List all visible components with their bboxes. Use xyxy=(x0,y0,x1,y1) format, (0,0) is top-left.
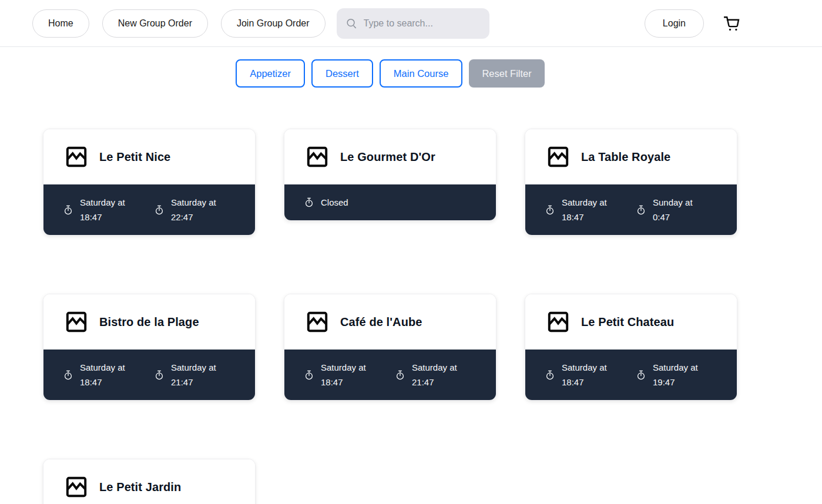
restaurant-name: Le Petit Chateau xyxy=(581,315,674,329)
image-icon xyxy=(65,146,88,168)
opening-time: Saturday at 18:47 xyxy=(545,360,636,389)
restaurant-name: Café de l'Aube xyxy=(340,315,422,329)
time-text: Saturday at 18:47 xyxy=(80,360,136,389)
search-icon xyxy=(346,18,357,29)
time-text: Saturday at 21:47 xyxy=(171,360,227,389)
opening-time: Saturday at 21:47 xyxy=(155,360,246,389)
opening-time: Sunday at 0:47 xyxy=(636,195,727,224)
image-icon xyxy=(547,146,569,168)
restaurant-card[interactable]: Le Gourmet D'Or Closed xyxy=(284,129,496,221)
stopwatch-icon xyxy=(545,370,555,380)
opening-time: Saturday at 21:47 xyxy=(395,360,487,389)
card-header: Le Petit Jardin xyxy=(43,459,255,504)
time-text: Saturday at 19:47 xyxy=(653,360,709,389)
shopping-cart-icon xyxy=(723,15,740,32)
top-nav: Home New Group Order Join Group Order Lo… xyxy=(0,0,822,47)
nav-home-button[interactable]: Home xyxy=(32,9,89,38)
image-icon xyxy=(65,311,88,333)
restaurant-card[interactable]: Bistro de la Plage Saturday at 18:47 Sat… xyxy=(43,294,256,401)
restaurant-name: Le Petit Jardin xyxy=(99,481,181,494)
image-icon xyxy=(547,311,569,333)
restaurant-name: Le Gourmet D'Or xyxy=(340,150,435,164)
stopwatch-icon xyxy=(63,205,73,215)
card-hours-footer: Saturday at 18:47 Saturday at 21:47 xyxy=(43,350,255,400)
restaurant-name: La Table Royale xyxy=(581,150,670,164)
main-content: Appetizer Dessert Main Course Reset Filt… xyxy=(43,59,737,504)
time-text: Saturday at 21:47 xyxy=(412,360,468,389)
image-icon xyxy=(65,476,88,498)
restaurant-card[interactable]: La Table Royale Saturday at 18:47 Sunday… xyxy=(525,129,737,236)
card-header: Bistro de la Plage xyxy=(43,294,255,350)
restaurant-card[interactable]: Le Petit Nice Saturday at 18:47 Saturday… xyxy=(43,129,256,236)
stopwatch-icon xyxy=(636,370,646,380)
cart-button[interactable] xyxy=(722,14,742,33)
filter-main-course-button[interactable]: Main Course xyxy=(380,59,463,88)
reset-filter-button[interactable]: Reset Filter xyxy=(469,59,544,88)
opening-time: Saturday at 19:47 xyxy=(636,360,727,389)
restaurant-grid: Le Petit Nice Saturday at 18:47 Saturday… xyxy=(43,129,737,504)
time-text: Saturday at 18:47 xyxy=(562,195,618,224)
stopwatch-icon xyxy=(155,370,164,380)
restaurant-name: Bistro de la Plage xyxy=(99,315,199,329)
card-hours-footer: Saturday at 18:47 Sunday at 0:47 xyxy=(525,184,737,235)
time-text: Saturday at 18:47 xyxy=(321,360,377,389)
time-text: Closed xyxy=(321,195,348,210)
card-hours-footer: Saturday at 18:47 Saturday at 22:47 xyxy=(43,184,255,235)
stopwatch-icon xyxy=(155,205,164,215)
time-text: Saturday at 22:47 xyxy=(171,195,227,224)
restaurant-card[interactable]: Le Petit Chateau Saturday at 18:47 Satur… xyxy=(525,294,737,401)
card-header: Le Gourmet D'Or xyxy=(284,129,496,184)
nav-join-group-order-button[interactable]: Join Group Order xyxy=(221,9,326,38)
card-header: La Table Royale xyxy=(525,129,737,184)
card-header: Le Petit Nice xyxy=(43,129,255,184)
stopwatch-icon xyxy=(63,370,73,380)
image-icon xyxy=(306,311,328,333)
opening-time: Saturday at 18:47 xyxy=(545,195,636,224)
opening-time: Saturday at 18:47 xyxy=(304,360,395,389)
filter-dessert-button[interactable]: Dessert xyxy=(311,59,373,88)
restaurant-card[interactable]: Café de l'Aube Saturday at 18:47 Saturda… xyxy=(284,294,496,401)
card-hours-footer: Saturday at 18:47 Saturday at 19:47 xyxy=(525,350,737,400)
login-button[interactable]: Login xyxy=(645,9,704,38)
filter-appetizer-button[interactable]: Appetizer xyxy=(236,59,305,88)
card-hours-footer: Saturday at 18:47 Saturday at 21:47 xyxy=(284,350,496,400)
time-text: Saturday at 18:47 xyxy=(562,360,618,389)
nav-new-group-order-button[interactable]: New Group Order xyxy=(102,9,208,38)
restaurant-name: Le Petit Nice xyxy=(99,150,170,164)
stopwatch-icon xyxy=(636,205,646,215)
card-header: Le Petit Chateau xyxy=(525,294,737,350)
card-hours-footer: Closed xyxy=(284,184,496,220)
search-input[interactable] xyxy=(337,8,489,39)
opening-time: Saturday at 22:47 xyxy=(155,195,246,224)
time-text: Saturday at 18:47 xyxy=(80,195,136,224)
stopwatch-icon xyxy=(304,197,314,207)
stopwatch-icon xyxy=(395,370,405,380)
time-text: Sunday at 0:47 xyxy=(653,195,709,224)
restaurant-card[interactable]: Le Petit Jardin xyxy=(43,459,256,504)
stopwatch-icon xyxy=(304,370,314,380)
filter-bar: Appetizer Dessert Main Course Reset Filt… xyxy=(43,59,737,88)
opening-time: Saturday at 18:47 xyxy=(63,195,155,224)
opening-time: Saturday at 18:47 xyxy=(63,360,155,389)
stopwatch-icon xyxy=(545,205,555,215)
opening-time: Closed xyxy=(304,195,487,210)
image-icon xyxy=(306,146,328,168)
search-bar xyxy=(337,8,489,39)
card-header: Café de l'Aube xyxy=(284,294,496,350)
